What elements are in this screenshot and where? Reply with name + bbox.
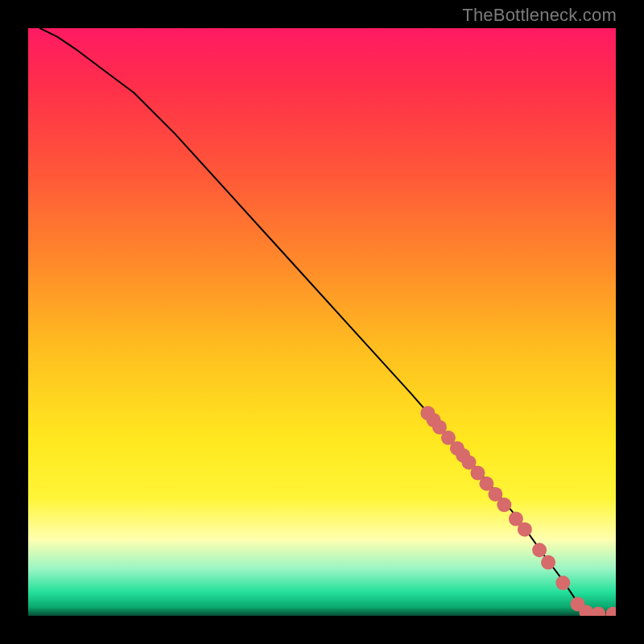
data-point	[591, 606, 605, 616]
attribution-text: TheBottleneck.com	[462, 5, 617, 26]
data-point	[532, 543, 547, 557]
data-point	[555, 576, 570, 590]
points-group	[420, 406, 616, 616]
data-point	[518, 522, 532, 537]
chart-svg	[28, 28, 616, 616]
plot-area	[28, 28, 616, 616]
data-point	[497, 497, 511, 512]
data-point	[605, 607, 616, 616]
data-point	[541, 555, 555, 570]
chart-stage: TheBottleneck.com	[0, 0, 644, 644]
